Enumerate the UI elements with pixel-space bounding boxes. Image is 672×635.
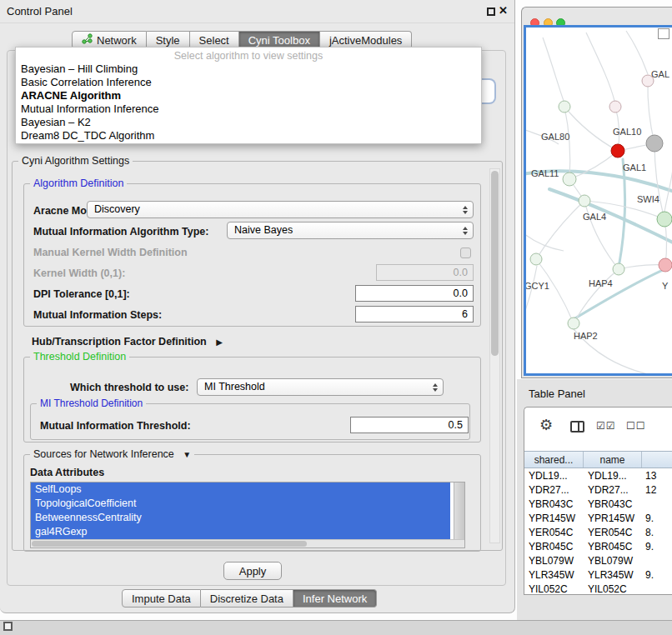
tab-impute-data[interactable]: Impute Data	[122, 589, 201, 608]
settings-scrollbar[interactable]	[489, 168, 500, 543]
mi-threshold-input[interactable]	[350, 417, 469, 433]
algorithm-combobox-fragment[interactable]	[480, 78, 496, 104]
sources-section-toggle[interactable]: Sources for Network Inference ▼	[30, 448, 194, 460]
table-row[interactable]: YDR27...YDR27...12	[524, 483, 672, 498]
dpi-tolerance-input[interactable]	[355, 285, 474, 302]
table-cell: YIL052C	[584, 582, 642, 594]
network-node[interactable]	[657, 212, 672, 227]
algorithm-option[interactable]: Mutual Information Inference	[16, 102, 481, 116]
network-node[interactable]	[559, 101, 570, 112]
canvas-corner-box	[658, 28, 669, 39]
table-cell: YBR045C	[584, 540, 642, 554]
table-row[interactable]: YBL079WYBL079W	[524, 554, 672, 568]
scrollbar-thumb[interactable]	[491, 171, 499, 356]
network-node[interactable]	[611, 144, 624, 158]
network-node-label: GAL4	[583, 212, 606, 222]
table-cell	[642, 582, 672, 594]
scrollbar-thumb[interactable]	[32, 541, 307, 547]
columns-icon[interactable]	[570, 421, 584, 432]
aracne-mode-combobox[interactable]: Discovery	[87, 201, 474, 218]
network-canvas[interactable]: GALGAL80GAL10GAL11GAL1SWI4GAL4GCY1HAP4HA…	[524, 25, 672, 376]
table-panel-title: Table Panel	[529, 388, 585, 400]
collapsed-arrow-icon: ▶	[216, 338, 223, 347]
table-cell: YBR045C	[524, 540, 584, 554]
table-cell: YBL079W	[584, 554, 642, 568]
tab-label: Cyni Toolbox	[248, 34, 310, 47]
hub-section-label: Hub/Transcription Factor Definition	[32, 336, 207, 348]
table-cell: YBL079W	[524, 554, 584, 568]
column-header-extra[interactable]	[642, 452, 672, 468]
table-cell: YDL19...	[524, 469, 584, 483]
network-node[interactable]	[530, 253, 542, 265]
expanded-arrow-icon: ▼	[183, 450, 191, 459]
table-cell: 9.	[642, 568, 672, 582]
algorithm-option[interactable]: Basic Correlation Inference	[16, 76, 481, 89]
column-header-name[interactable]: name	[584, 452, 642, 468]
mi-steps-input[interactable]	[355, 306, 474, 322]
close-icon[interactable]: ✕	[499, 4, 508, 18]
table-cell	[642, 554, 672, 568]
network-tab-icon	[82, 33, 93, 47]
table-cell: YDR27...	[524, 483, 584, 498]
table-cell: YER054C	[524, 526, 584, 540]
algorithm-option[interactable]: Bayesian – K2	[16, 116, 481, 129]
table-row[interactable]: YDL19...YDL19...13	[524, 469, 672, 483]
table-cell: 9.	[642, 512, 672, 526]
attribute-item-selected[interactable]: gal4RGexp	[31, 525, 450, 539]
table-row[interactable]: YER054CYER054C8.	[524, 526, 672, 540]
table-cell: YDL19...	[584, 469, 642, 483]
data-attributes-list[interactable]: SelfLoops TopologicalCoefficient Between…	[30, 482, 465, 548]
network-node-label: GAL1	[623, 162, 646, 172]
table-row[interactable]: YBR043CYBR043C	[524, 498, 672, 512]
table-row[interactable]: YLR345WYLR345W9.	[524, 568, 672, 582]
which-threshold-label: Which threshold to use:	[70, 382, 188, 393]
attributes-vertical-scrollbar[interactable]	[454, 482, 464, 539]
attribute-item-selected[interactable]: SelfLoops	[31, 482, 450, 497]
float-window-icon[interactable]	[487, 8, 495, 16]
network-node-label: GAL11	[531, 168, 559, 178]
network-node-label: GAL10	[613, 127, 641, 137]
table-panel-window: ⚙ ☑☑ ☐☐ shared... name YDL19...YDL19...1…	[524, 407, 672, 595]
attribute-item-selected[interactable]: TopologicalCoefficient	[31, 497, 450, 511]
kernel-width-input	[376, 264, 474, 281]
table-row[interactable]: YPR145WYPR145W9.	[524, 512, 672, 526]
control-panel-window: Control Panel ✕ Network Style Select Cyn…	[0, 0, 515, 613]
network-node[interactable]	[613, 263, 624, 275]
network-node[interactable]	[609, 101, 621, 112]
gear-icon[interactable]: ⚙	[539, 417, 553, 433]
minimized-panel-icon[interactable]	[3, 622, 13, 631]
tab-discretize-data[interactable]: Discretize Data	[201, 589, 293, 608]
tab-label: Network	[97, 34, 137, 47]
attribute-item-selected[interactable]: BetweennessCentrality	[31, 511, 450, 525]
network-node[interactable]	[646, 135, 663, 152]
network-node[interactable]	[563, 172, 576, 186]
apply-button[interactable]: Apply	[223, 562, 282, 580]
control-panel-titlebar: Control Panel ✕	[0, 0, 514, 23]
mi-type-combobox[interactable]: Naive Bayes	[227, 222, 474, 239]
table-row[interactable]: YBR045CYBR045C9.	[524, 540, 672, 554]
network-node[interactable]	[579, 195, 590, 207]
attributes-horizontal-scrollbar[interactable]	[31, 539, 464, 548]
network-node[interactable]	[568, 318, 579, 329]
tab-label: Discretize Data	[210, 592, 283, 605]
which-threshold-combobox[interactable]: MI Threshold	[197, 378, 444, 396]
table-row[interactable]: YIL052CYIL052C	[524, 582, 672, 594]
algorithm-option-selected[interactable]: ARACNE Algorithm	[16, 89, 481, 102]
tab-label: Style	[156, 34, 180, 47]
column-header-shared-name[interactable]: shared...	[524, 452, 584, 468]
stepper-arrows-icon	[463, 206, 468, 214]
checked-boxes-icon[interactable]: ☑☑	[596, 420, 616, 432]
network-edge	[526, 266, 537, 318]
cyni-mode-tabs: Impute Data Discretize Data Infer Networ…	[122, 589, 377, 608]
algorithm-option[interactable]: Dream8 DC_TDC Algorithm	[16, 129, 481, 142]
table-cell: 9.	[642, 540, 672, 554]
columns-icon-divider	[578, 422, 579, 431]
table-header: shared... name	[524, 451, 672, 468]
tab-infer-network[interactable]: Infer Network	[293, 589, 377, 608]
algorithm-option[interactable]: Bayesian – Hill Climbing	[16, 62, 481, 76]
network-node[interactable]	[659, 258, 672, 272]
unchecked-boxes-icon[interactable]: ☐☐	[626, 420, 646, 432]
hub-section-toggle[interactable]: Hub/Transcription Factor Definition ▶	[32, 333, 223, 348]
cyni-settings-title: Cyni Algorithm Settings	[18, 155, 133, 167]
sources-section-label: Sources for Network Inference	[33, 448, 174, 460]
